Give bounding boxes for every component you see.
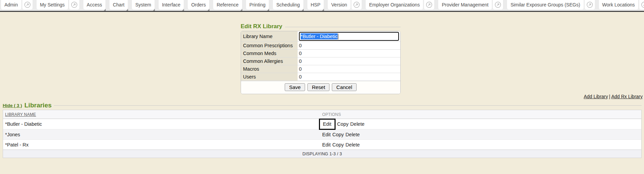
form-row-common-prescriptions: Common Prescriptions 0 bbox=[241, 42, 400, 50]
open-new-window-icon bbox=[641, 1, 644, 8]
copy-link[interactable]: Copy bbox=[333, 132, 344, 137]
nav-tab-printing[interactable]: Printing bbox=[246, 0, 269, 10]
open-new-window-icon bbox=[495, 1, 501, 8]
nav-tab-provider-management-open-link[interactable] bbox=[493, 0, 503, 10]
cancel-button[interactable]: Cancel bbox=[332, 83, 357, 91]
top-nav: Admin My Settings Access Chart System In… bbox=[0, 0, 644, 11]
add-links: Add Library|Add Rx Library bbox=[584, 94, 643, 99]
library-name-cell: *Patel - Rx bbox=[3, 142, 322, 147]
form-title: Edit RX Library bbox=[241, 23, 282, 30]
nav-group-provider-management: Provider Management bbox=[438, 0, 503, 10]
nav-tab-orders[interactable]: Orders bbox=[188, 0, 209, 10]
selected-input-text: *Butler - Diabetic bbox=[301, 33, 338, 39]
nav-tab-provider-management[interactable]: Provider Management bbox=[438, 0, 492, 10]
form-row-common-allergies: Common Allergies 0 bbox=[241, 57, 400, 65]
copy-link[interactable]: Copy bbox=[333, 142, 344, 147]
text-caret bbox=[338, 34, 339, 39]
form-box: Library Name *Butler - Diabetic Common P… bbox=[241, 31, 401, 94]
nav-group-admin: Admin bbox=[1, 0, 33, 10]
libraries-table: LIBRARY NAME OPTIONS *Butler - Diabetic … bbox=[3, 110, 642, 158]
table-paging-status: DISPLAYING 1-3 / 3 bbox=[3, 150, 641, 158]
open-new-window-icon bbox=[586, 1, 593, 8]
title-rule bbox=[285, 27, 401, 27]
library-name-column-header[interactable]: LIBRARY NAME bbox=[5, 112, 36, 117]
libraries-table-header: LIBRARY NAME OPTIONS bbox=[3, 110, 641, 119]
common-prescriptions-label: Common Prescriptions bbox=[241, 42, 298, 49]
add-library-link[interactable]: Add Library bbox=[584, 94, 608, 99]
open-new-window-icon bbox=[353, 1, 360, 8]
nav-tab-hsp[interactable]: HSP bbox=[307, 0, 324, 10]
nav-tab-my-settings-open-link[interactable] bbox=[69, 0, 79, 10]
common-allergies-label: Common Allergies bbox=[241, 57, 298, 65]
open-new-window-icon bbox=[426, 1, 432, 8]
nav-tab-scheduling[interactable]: Scheduling bbox=[273, 0, 303, 10]
open-new-window-icon bbox=[24, 1, 31, 8]
page-content: Edit RX Library Library Name *Butler - D… bbox=[0, 12, 644, 174]
common-prescriptions-value: 0 bbox=[298, 42, 400, 49]
form-row-macros: Macros 0 bbox=[241, 65, 400, 73]
edit-rx-library-form: Edit RX Library Library Name *Butler - D… bbox=[241, 23, 401, 94]
nav-tab-segs[interactable]: Similar Exposure Groups (SEGs) bbox=[507, 0, 583, 10]
nav-tab-employer-organizations-open-link[interactable] bbox=[424, 0, 434, 10]
nav-tab-version[interactable]: Version bbox=[328, 0, 350, 10]
delete-link[interactable]: Delete bbox=[345, 132, 360, 137]
nav-group-my-settings: My Settings bbox=[37, 0, 79, 10]
options-column-header: OPTIONS bbox=[322, 112, 642, 117]
users-value: 0 bbox=[298, 73, 400, 81]
library-name-cell: *Jones bbox=[3, 132, 322, 137]
library-name-cell: *Butler - Diabetic bbox=[3, 121, 322, 127]
save-button[interactable]: Save bbox=[285, 83, 305, 91]
copy-link[interactable]: Copy bbox=[337, 121, 349, 127]
table-row-butler-diabetic: *Butler - Diabetic Edit Copy Delete bbox=[3, 119, 641, 129]
nav-tab-system[interactable]: System bbox=[132, 0, 155, 10]
library-name-input[interactable]: *Butler - Diabetic bbox=[299, 32, 399, 41]
nav-tab-admin[interactable]: Admin bbox=[1, 0, 21, 10]
form-row-common-meds: Common Meds 0 bbox=[241, 50, 400, 57]
nav-tab-chart[interactable]: Chart bbox=[109, 0, 128, 10]
nav-tab-reference[interactable]: Reference bbox=[213, 0, 242, 10]
nav-group-segs: Similar Exposure Groups (SEGs) bbox=[507, 0, 595, 10]
users-label: Users bbox=[241, 73, 298, 81]
nav-group-work-locations: Work Locations bbox=[599, 0, 644, 10]
nav-tab-my-settings[interactable]: My Settings bbox=[37, 0, 68, 10]
edit-link[interactable]: Edit bbox=[323, 121, 331, 127]
macros-label: Macros bbox=[241, 65, 298, 73]
form-buttons-row: Save Reset Cancel bbox=[241, 81, 400, 94]
open-new-window-icon bbox=[71, 1, 78, 8]
nav-tab-interface[interactable]: Interface bbox=[159, 0, 184, 10]
macros-value: 0 bbox=[298, 65, 400, 73]
reset-button[interactable]: Reset bbox=[307, 83, 329, 91]
link-separator: | bbox=[609, 94, 610, 99]
nav-group-employer-organizations: Employer Organizations bbox=[366, 0, 434, 10]
common-allergies-value: 0 bbox=[298, 57, 400, 65]
nav-group-version: Version bbox=[328, 0, 362, 10]
nav-tab-admin-open-link[interactable] bbox=[22, 0, 33, 10]
edit-link-highlight-box: Edit bbox=[319, 119, 336, 130]
add-rx-library-link[interactable]: Add Rx Library bbox=[611, 94, 643, 99]
nav-tab-employer-organizations[interactable]: Employer Organizations bbox=[366, 0, 423, 10]
hide-libraries-link[interactable]: Hide ( 3 ) bbox=[3, 103, 22, 108]
libraries-title-rule bbox=[54, 105, 642, 106]
common-meds-label: Common Meds bbox=[241, 50, 298, 57]
delete-link[interactable]: Delete bbox=[350, 121, 364, 127]
nav-tab-version-open-link[interactable] bbox=[351, 0, 362, 10]
delete-link[interactable]: Delete bbox=[345, 142, 360, 147]
nav-tab-access[interactable]: Access bbox=[83, 0, 105, 10]
form-row-users: Users 0 bbox=[241, 73, 400, 81]
edit-link[interactable]: Edit bbox=[322, 142, 331, 147]
libraries-section: Hide ( 3 ) Libraries LIBRARY NAME OPTION… bbox=[3, 102, 642, 158]
form-row-library-name: Library Name *Butler - Diabetic bbox=[241, 31, 400, 42]
common-meds-value: 0 bbox=[298, 50, 400, 57]
edit-link[interactable]: Edit bbox=[322, 132, 331, 137]
nav-tab-segs-open-link[interactable] bbox=[585, 0, 595, 10]
libraries-title: Libraries bbox=[24, 102, 52, 109]
library-name-label: Library Name bbox=[241, 31, 298, 41]
nav-tab-work-locations-open-link[interactable] bbox=[639, 0, 644, 10]
table-row-jones: *Jones Edit Copy Delete bbox=[3, 129, 641, 139]
table-row-patel-rx: *Patel - Rx Edit Copy Delete bbox=[3, 139, 641, 150]
nav-tab-work-locations[interactable]: Work Locations bbox=[599, 0, 638, 10]
